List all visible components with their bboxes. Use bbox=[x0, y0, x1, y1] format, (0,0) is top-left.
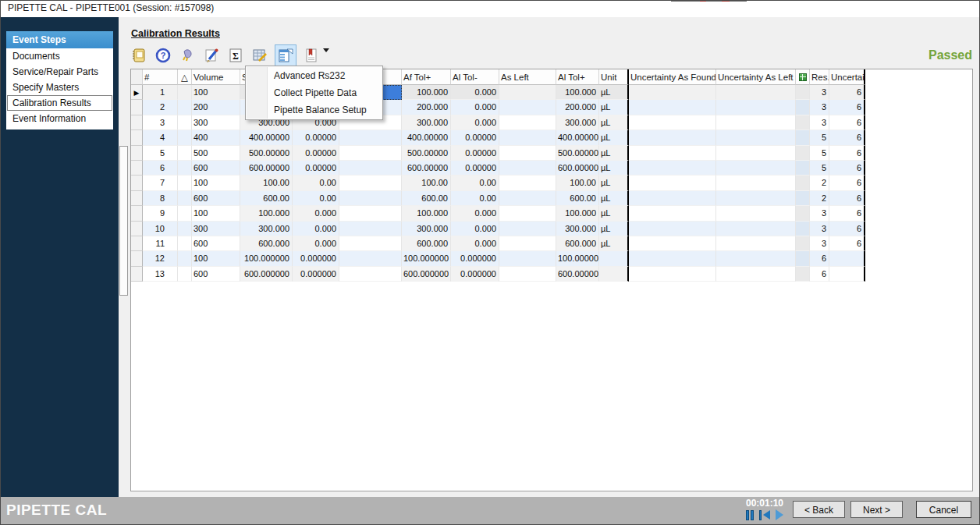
cell-res_icon[interactable] bbox=[796, 206, 810, 221]
cell-res[interactable]: 5 bbox=[810, 146, 829, 161]
cell-num[interactable]: 1 bbox=[143, 85, 178, 100]
menu-item-collect-pipette-data[interactable]: Collect Pipette Data bbox=[246, 84, 382, 101]
cell-num[interactable]: 8 bbox=[143, 191, 178, 206]
sum-icon[interactable]: Σ bbox=[226, 45, 245, 66]
next-button[interactable]: Next > bbox=[850, 501, 903, 518]
cell-c6[interactable]: 0.00000 bbox=[293, 146, 339, 161]
report-dropdown-arrow-icon[interactable] bbox=[323, 48, 329, 52]
cell-c6[interactable]: 0.000 bbox=[293, 206, 339, 221]
cell-unc_left[interactable] bbox=[716, 161, 796, 176]
cell-c6[interactable]: 0.00000 bbox=[293, 130, 339, 145]
cell-unc_found[interactable] bbox=[629, 161, 716, 176]
cell-num[interactable]: 13 bbox=[143, 267, 178, 282]
cell-al_tol_plus[interactable]: 500.000000 bbox=[556, 146, 599, 161]
cell-c7[interactable] bbox=[339, 251, 402, 266]
cell-c6[interactable]: 0.000 bbox=[293, 236, 339, 251]
cell-al_tol_plus[interactable]: 600.00 bbox=[556, 191, 599, 206]
cell-sort[interactable] bbox=[178, 222, 192, 236]
cell-unc_found[interactable] bbox=[629, 115, 716, 130]
cell-unc[interactable]: 6 bbox=[829, 85, 865, 100]
row-selector[interactable] bbox=[131, 191, 143, 206]
cell-num[interactable]: 4 bbox=[143, 130, 178, 145]
cell-unit[interactable]: µL bbox=[599, 176, 629, 190]
cell-af_tol_plus[interactable]: 100.00 bbox=[402, 176, 451, 190]
cell-unc[interactable]: 6 bbox=[829, 222, 865, 236]
back-button[interactable]: < Back bbox=[793, 501, 845, 518]
cell-res_icon[interactable] bbox=[796, 115, 810, 130]
cell-af_tol_plus[interactable]: 600.000 bbox=[402, 236, 451, 251]
cell-unit[interactable]: µL bbox=[599, 161, 629, 176]
cell-unc[interactable]: 6 bbox=[829, 130, 865, 145]
splitter-scrollbar[interactable] bbox=[119, 146, 128, 296]
data-grid-icon[interactable] bbox=[250, 45, 269, 66]
cell-sort[interactable] bbox=[178, 236, 192, 251]
cell-c6[interactable]: 0.000000 bbox=[293, 251, 339, 266]
cell-s[interactable]: 600.00000 bbox=[240, 161, 293, 176]
cell-unit[interactable]: µL bbox=[599, 146, 629, 161]
cell-volume[interactable]: 600 bbox=[192, 267, 240, 282]
cell-as_left[interactable] bbox=[499, 176, 556, 190]
cell-sort[interactable] bbox=[178, 146, 192, 161]
cell-af_tol_plus[interactable]: 300.000 bbox=[402, 222, 451, 236]
cell-af_tol_plus[interactable]: 100.000 bbox=[402, 85, 451, 100]
cell-al_tol_plus[interactable]: 100.000 bbox=[556, 85, 599, 100]
cell-res[interactable]: 5 bbox=[810, 130, 829, 145]
row-selector[interactable] bbox=[131, 251, 143, 266]
cell-c6[interactable]: 0.00 bbox=[293, 176, 339, 190]
cell-unc_found[interactable] bbox=[629, 176, 716, 190]
cell-volume[interactable]: 100 bbox=[192, 251, 240, 266]
cell-unc_found[interactable] bbox=[629, 236, 716, 251]
column-header-res[interactable]: Res. bbox=[810, 69, 829, 85]
cell-res[interactable]: 6 bbox=[810, 267, 829, 282]
sidebar-item-calibration-results[interactable]: Calibration Results bbox=[7, 95, 112, 111]
cell-af_tol_plus[interactable]: 100.000000 bbox=[402, 251, 451, 266]
cell-num[interactable]: 10 bbox=[143, 222, 178, 236]
cell-as_left[interactable] bbox=[499, 222, 556, 236]
cell-al_tol_minus[interactable]: 0.00 bbox=[451, 191, 499, 206]
cell-unc_found[interactable] bbox=[629, 85, 716, 100]
cell-res_icon[interactable] bbox=[796, 176, 810, 190]
cell-unc[interactable]: 6 bbox=[829, 176, 865, 190]
cell-s[interactable]: 100.00 bbox=[240, 176, 293, 190]
cell-af_tol_plus[interactable]: 600.00000 bbox=[402, 161, 451, 176]
cell-volume[interactable]: 500 bbox=[192, 146, 240, 161]
cell-as_left[interactable] bbox=[499, 100, 556, 115]
cell-volume[interactable]: 300 bbox=[192, 222, 240, 236]
column-header-num[interactable]: # bbox=[143, 69, 178, 85]
column-header-sel[interactable] bbox=[131, 69, 143, 85]
cell-c7[interactable] bbox=[339, 176, 402, 190]
connect-icon[interactable] bbox=[178, 45, 197, 66]
cell-c7[interactable] bbox=[339, 191, 402, 206]
row-selector[interactable] bbox=[131, 236, 143, 251]
cell-unc_left[interactable] bbox=[716, 267, 796, 282]
cell-al_tol_minus[interactable]: 0.00000 bbox=[451, 161, 499, 176]
row-selector[interactable] bbox=[131, 206, 143, 221]
row-selector[interactable] bbox=[131, 146, 143, 161]
cell-sort[interactable] bbox=[178, 85, 192, 100]
cell-as_left[interactable] bbox=[499, 115, 556, 130]
cell-al_tol_minus[interactable]: 0.000 bbox=[451, 115, 499, 130]
cell-unc_found[interactable] bbox=[629, 222, 716, 236]
row-selector[interactable] bbox=[131, 130, 143, 145]
cell-res[interactable]: 3 bbox=[810, 100, 829, 115]
cell-unc_left[interactable] bbox=[716, 191, 796, 206]
row-selector[interactable] bbox=[131, 222, 143, 236]
cell-unit[interactable] bbox=[599, 267, 629, 282]
cell-al_tol_plus[interactable]: 100.000000 bbox=[556, 251, 599, 266]
cell-c6[interactable]: 0.000000 bbox=[293, 267, 339, 282]
cell-s[interactable]: 600.000000 bbox=[240, 267, 293, 282]
row-selector[interactable] bbox=[131, 176, 143, 190]
pause-icon[interactable] bbox=[746, 509, 754, 520]
notes-icon[interactable] bbox=[130, 45, 148, 66]
cell-al_tol_plus[interactable]: 100.00 bbox=[556, 176, 599, 190]
cell-s[interactable]: 100.000 bbox=[240, 206, 293, 221]
cell-al_tol_plus[interactable]: 600.000 bbox=[556, 236, 599, 251]
report-icon[interactable] bbox=[302, 45, 321, 66]
cell-res_icon[interactable] bbox=[796, 236, 810, 251]
cell-c6[interactable]: 0.000 bbox=[293, 222, 339, 236]
skip-to-start-icon[interactable] bbox=[759, 509, 770, 520]
cell-al_tol_minus[interactable]: 0.00000 bbox=[451, 146, 499, 161]
cell-al_tol_minus[interactable]: 0.000 bbox=[451, 222, 499, 236]
cell-unc_found[interactable] bbox=[629, 191, 716, 206]
cell-volume[interactable]: 100 bbox=[192, 206, 240, 221]
